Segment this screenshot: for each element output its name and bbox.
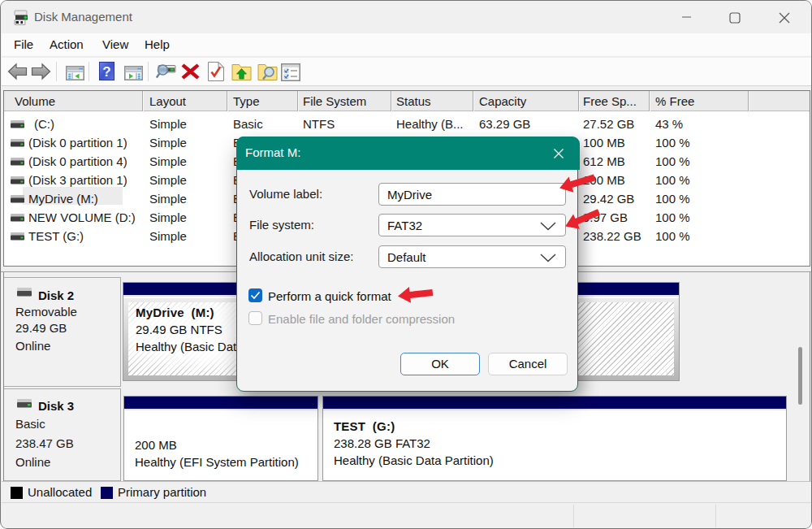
svg-text:?: ? <box>102 64 110 80</box>
